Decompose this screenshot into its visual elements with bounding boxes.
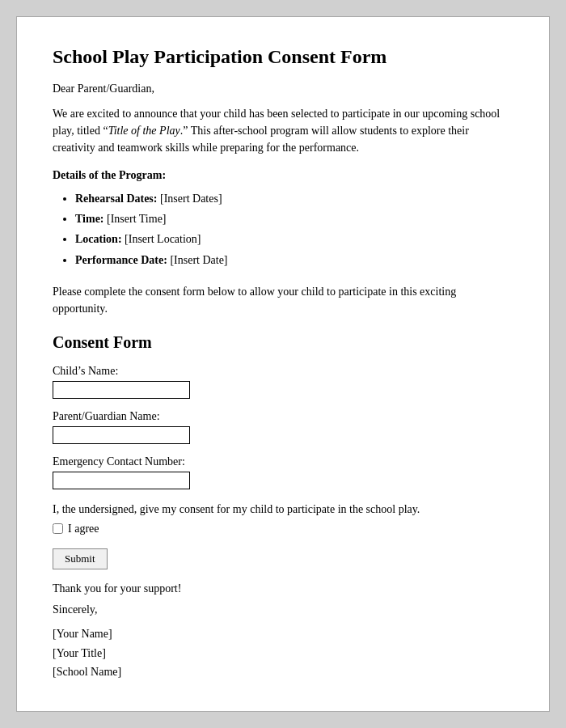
list-item: Location: [Insert Location] bbox=[75, 229, 513, 249]
parent-name-label: Parent/Guardian Name: bbox=[53, 410, 513, 423]
emergency-input[interactable] bbox=[53, 472, 190, 489]
detail-label-3: Performance Date: bbox=[75, 254, 167, 266]
sincerely: Sincerely, bbox=[53, 603, 513, 616]
detail-value-0: [Insert Dates] bbox=[160, 193, 222, 205]
signature-name: [Your Name] bbox=[53, 624, 513, 644]
signature-school: [School Name] bbox=[53, 662, 513, 682]
emergency-label: Emergency Contact Number: bbox=[53, 455, 513, 468]
detail-label-1: Time: bbox=[75, 213, 104, 225]
detail-label-2: Location: bbox=[75, 233, 122, 245]
emergency-field-group: Emergency Contact Number: bbox=[53, 455, 513, 489]
agree-label: I agree bbox=[68, 523, 99, 535]
submit-button[interactable]: Submit bbox=[53, 548, 108, 569]
list-item: Time: [Insert Time] bbox=[75, 209, 513, 229]
detail-label-0: Rehearsal Dates: bbox=[75, 193, 157, 205]
child-name-label: Child’s Name: bbox=[53, 365, 513, 378]
intro-paragraph: We are excited to announce that your chi… bbox=[53, 105, 513, 156]
list-item: Performance Date: [Insert Date] bbox=[75, 250, 513, 270]
page-container: School Play Participation Consent Form D… bbox=[16, 16, 550, 712]
detail-value-2: [Insert Location] bbox=[125, 233, 201, 245]
detail-value-1: [Insert Time] bbox=[107, 213, 167, 225]
parent-name-input[interactable] bbox=[53, 426, 190, 444]
form-title: School Play Participation Consent Form bbox=[53, 46, 513, 68]
salutation: Dear Parent/Guardian, bbox=[53, 83, 513, 95]
child-name-input[interactable] bbox=[53, 381, 190, 399]
agree-checkbox[interactable] bbox=[53, 523, 63, 534]
child-name-field-group: Child’s Name: bbox=[53, 365, 513, 399]
consent-form-heading: Consent Form bbox=[53, 333, 513, 352]
consent-statement: I, the undersigned, give my consent for … bbox=[53, 501, 513, 518]
agree-row: I agree bbox=[53, 523, 513, 535]
play-title: Title of the Play bbox=[108, 125, 180, 137]
details-list: Rehearsal Dates: [Insert Dates] Time: [I… bbox=[75, 188, 513, 270]
detail-value-3: [Insert Date] bbox=[170, 254, 227, 266]
consent-intro: Please complete the consent form below t… bbox=[53, 283, 513, 317]
details-heading: Details of the Program: bbox=[53, 169, 513, 182]
list-item: Rehearsal Dates: [Insert Dates] bbox=[75, 188, 513, 209]
signature-title: [Your Title] bbox=[53, 644, 513, 663]
signature-block: [Your Name] [Your Title] [School Name] bbox=[53, 624, 513, 682]
thank-you: Thank you for your support! bbox=[53, 582, 513, 595]
parent-name-field-group: Parent/Guardian Name: bbox=[53, 410, 513, 444]
